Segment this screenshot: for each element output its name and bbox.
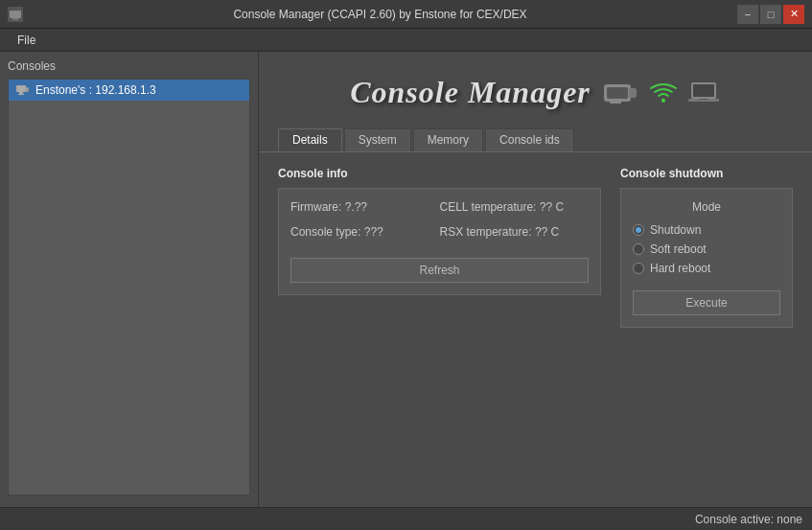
content-area: Console Manager [259,52,812,507]
svg-rect-13 [693,84,714,97]
console-type-label: Console type: ??? [290,225,440,239]
tab-details[interactable]: Details [278,128,342,151]
radio-shutdown-label: Shutdown [650,223,701,237]
consoles-section-label: Consoles [8,59,250,73]
mode-label: Mode [633,200,780,214]
tab-memory[interactable]: Memory [413,128,483,151]
radio-soft-reboot-btn[interactable] [633,243,644,255]
window-title: Console Manager (CCAPI 2.60) by Enstone … [23,8,737,21]
sidebar: Consoles Enstone's : 192.168.1.3 [0,52,259,507]
app-header: Console Manager [259,52,812,128]
console-info-panel: Firmware: ?.?? CELL temperature: ?? C Co… [278,188,601,295]
window-controls: − □ ✕ [737,5,804,24]
cell-temp-label: CELL temperature: ?? C [440,200,590,214]
consoles-list: Enstone's : 192.168.1.3 [8,79,250,495]
close-button[interactable]: ✕ [783,5,804,24]
svg-rect-2 [16,85,26,92]
radio-soft-reboot[interactable]: Soft reboot [633,242,780,256]
svg-rect-15 [699,99,708,100]
radio-hard-reboot[interactable]: Hard reboot [633,262,780,275]
menu-file[interactable]: File [8,32,45,49]
radio-soft-reboot-label: Soft reboot [650,242,707,256]
execute-button[interactable]: Execute [633,290,780,315]
minimize-button[interactable]: − [737,5,758,24]
svg-rect-10 [610,102,621,104]
console-shutdown-section: Console shutdown Mode Shutdown Soft rebo… [620,167,793,493]
console-shutdown-title: Console shutdown [620,167,793,180]
main-layout: Consoles Enstone's : 192.168.1.3 Console… [0,52,812,507]
firmware-label: Firmware: ?.?? [290,200,440,214]
status-text: Console active: none [695,513,802,526]
tab-console-ids[interactable]: Console ids [485,128,574,151]
console-shutdown-panel: Mode Shutdown Soft reboot Hard reboot Ex… [620,188,793,328]
svg-point-11 [661,99,665,103]
maximize-button[interactable]: □ [760,5,781,24]
console-icon [16,83,30,97]
svg-rect-9 [612,99,619,102]
status-bar: Console active: none [0,507,812,530]
tabs-container: Details System Memory Console ids [259,128,812,151]
wifi-icon [646,79,681,107]
console-info-section: Console info Firmware: ?.?? CELL tempera… [278,167,601,493]
svg-rect-7 [607,87,628,99]
info-row-1: Firmware: ?.?? CELL temperature: ?? C [290,200,589,214]
console-name: Enstone's : 192.168.1.3 [35,83,156,97]
app-icon [8,7,23,22]
ps3-icon [602,79,640,107]
menu-bar: File [0,29,812,52]
console-info-title: Console info [278,167,601,180]
svg-rect-8 [629,88,637,98]
radio-hard-reboot-label: Hard reboot [650,262,710,275]
svg-rect-0 [10,11,21,18]
svg-rect-3 [26,87,29,92]
radio-shutdown[interactable]: Shutdown [633,223,780,237]
title-bar: Console Manager (CCAPI 2.60) by Enstone … [0,0,812,29]
console-list-item[interactable]: Enstone's : 192.168.1.3 [9,80,249,101]
radio-hard-reboot-btn[interactable] [633,263,644,274]
tab-content: Console info Firmware: ?.?? CELL tempera… [259,151,812,507]
info-row-2: Console type: ??? RSX temperature: ?? C [290,225,589,239]
rsx-temp-label: RSX temperature: ?? C [440,225,590,239]
svg-rect-4 [19,92,23,94]
refresh-button[interactable]: Refresh [290,258,589,283]
laptop-icon [686,79,721,107]
tab-system[interactable]: System [344,128,411,151]
svg-rect-1 [12,18,18,20]
logo-text: Console Manager [350,75,591,110]
logo-icons [602,79,721,107]
svg-rect-5 [18,94,24,95]
radio-shutdown-btn[interactable] [633,224,644,236]
